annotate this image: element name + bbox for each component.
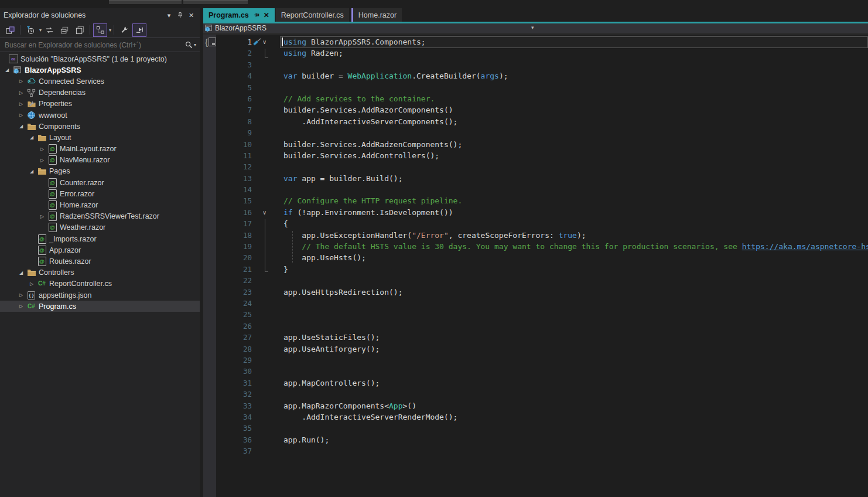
- code-line-28: 28app.UseAntiforgery();: [203, 343, 868, 355]
- tab-reportcontroller-cs[interactable]: ReportController.cs: [276, 8, 349, 22]
- expand-arrow-icon[interactable]: ▷: [26, 281, 37, 287]
- tree-item-error-razor[interactable]: @Error.razor: [0, 188, 200, 199]
- indent-guide: [292, 231, 293, 263]
- expand-arrow-icon[interactable]: ▷: [16, 79, 26, 84]
- tree-item-wwwroot[interactable]: ▷wwwroot: [0, 110, 200, 121]
- code-editor[interactable]: { 1∨using BlazorAppSSRS.Components;2usin…: [203, 35, 868, 497]
- expand-arrow-icon[interactable]: ▷: [16, 292, 26, 298]
- text-caret: [282, 38, 283, 46]
- search-input[interactable]: [4, 40, 183, 50]
- comment-hyperlink[interactable]: https://aka.ms/aspnetcore-hsts.: [742, 242, 868, 251]
- sync-active-document-icon[interactable]: [42, 23, 56, 37]
- tab-program-cs[interactable]: Program.cs✕: [203, 8, 275, 22]
- screwdriver-icon[interactable]: [252, 37, 262, 47]
- outlining-collapse-icon[interactable]: ∨: [262, 207, 266, 218]
- tab-home-razor[interactable]: Home.razor: [351, 8, 402, 22]
- tree-item-dependencias[interactable]: ▷Dependencias: [0, 87, 200, 98]
- tree-item-navmenu-razor[interactable]: ▷@NavMenu.razor: [0, 155, 200, 166]
- code-text: .AddInteractiveServerComponents();: [283, 116, 457, 127]
- project-navigation-bar[interactable]: BlazorAppSSRS ▾: [203, 23, 868, 33]
- navbar-chevron-down-icon[interactable]: ▾: [531, 25, 534, 30]
- tab-close-icon[interactable]: ✕: [264, 11, 269, 19]
- properties-icon[interactable]: [117, 23, 131, 37]
- code-token: app = builder.Build();: [297, 174, 402, 183]
- line-number: 14: [203, 184, 252, 195]
- tree-item-weather-razor[interactable]: @Weather.razor: [0, 222, 200, 233]
- close-icon[interactable]: ✕: [186, 11, 196, 21]
- code-line-1: 1∨using BlazorAppSSRS.Components;: [203, 36, 868, 47]
- code-token: // Configure the HTTP request pipeline.: [283, 196, 462, 205]
- tree-item-layout[interactable]: ◢Layout: [0, 132, 200, 143]
- tree-item-properties[interactable]: ▷Properties: [0, 98, 200, 110]
- line-number: 1: [203, 36, 252, 47]
- expand-arrow-icon[interactable]: ▷: [37, 158, 47, 163]
- razor-icon: @: [37, 246, 47, 255]
- file-nesting-icon[interactable]: [93, 23, 107, 37]
- tree-item-pages[interactable]: ◢Pages: [0, 166, 200, 177]
- collapse-arrow-icon[interactable]: ◢: [16, 270, 26, 275]
- tree-item-mainlayout-razor[interactable]: ▷@MainLayout.razor: [0, 144, 200, 155]
- file-nesting-chevron-down-icon[interactable]: ▾: [109, 28, 111, 33]
- search-icon[interactable]: [185, 41, 193, 49]
- tree-item-reportcontroller-cs[interactable]: ▷C#ReportController.cs: [0, 278, 200, 290]
- expand-arrow-icon[interactable]: ▷: [16, 304, 26, 309]
- tree-item-home-razor[interactable]: @Home.razor: [0, 199, 200, 210]
- tree-item-connected-services[interactable]: ▷Connected Services: [0, 76, 200, 87]
- tree-item-routes-razor[interactable]: @Routes.razor: [0, 256, 200, 267]
- expand-arrow-icon[interactable]: ▷: [16, 101, 26, 107]
- search-options-chevron-down-icon[interactable]: ▾: [194, 42, 196, 47]
- tree-item-soluci-n-blazorappssrs-1-de-1-proyecto[interactable]: ∞Solución "BlazorAppSSRS" (1 de 1 proyec…: [0, 53, 200, 64]
- line-number: 25: [203, 309, 252, 320]
- toolbar-separator: [20, 25, 20, 35]
- tab-label: Program.cs: [209, 11, 249, 19]
- razor-icon: @: [47, 178, 57, 188]
- history-filter-chevron-down-icon[interactable]: ▾: [39, 28, 42, 33]
- razor-icon: @: [47, 200, 57, 210]
- outlining-collapse-icon[interactable]: ∨: [262, 36, 266, 47]
- code-token: app.Run();: [283, 435, 329, 444]
- tree-item-counter-razor[interactable]: @Counter.razor: [0, 177, 200, 188]
- code-line-24: 24: [203, 298, 868, 309]
- code-line-32: 32: [203, 389, 868, 400]
- pin-icon[interactable]: [175, 11, 185, 21]
- tree-item-label: ReportController.cs: [49, 280, 112, 288]
- tab-pin-icon[interactable]: [253, 12, 259, 18]
- tree-item-program-cs[interactable]: ▷C#Program.cs: [0, 301, 200, 312]
- window-position-chevron-down-icon[interactable]: ▾: [164, 11, 174, 21]
- vs-window: { "colors": { "accent_teal": "#2a9fa4", …: [0, 0, 868, 497]
- expand-arrow-icon[interactable]: ▷: [16, 90, 26, 96]
- line-number: 3: [203, 59, 252, 70]
- code-line-34: 34 .AddInteractiveServerRenderMode();: [203, 411, 868, 423]
- expand-arrow-icon[interactable]: ▷: [37, 214, 47, 219]
- razor-icon: @: [47, 223, 57, 232]
- tree-item-label: Controllers: [39, 268, 74, 277]
- tree-item-components[interactable]: ◢Components: [0, 121, 200, 132]
- expand-arrow-icon[interactable]: ▷: [37, 147, 47, 152]
- tree-item-blazorappssrs[interactable]: ◢BlazorAppSSRS: [0, 64, 200, 76]
- razor-icon: @: [47, 212, 57, 221]
- tree-item-label: Connected Services: [39, 77, 104, 86]
- collapse-all-icon[interactable]: [57, 23, 71, 37]
- line-number: 19: [203, 241, 252, 252]
- tree-item-radzenssrsviewertest-razor[interactable]: ▷@RadzenSSRSViewerTest.razor: [0, 211, 200, 222]
- history-filter-icon[interactable]: [23, 23, 37, 37]
- tree-item-label: RadzenSSRSViewerTest.razor: [60, 212, 159, 220]
- collapse-arrow-icon[interactable]: ◢: [26, 135, 37, 140]
- preview-selected-items-icon[interactable]: [132, 23, 146, 37]
- tree-item-appsettings-json[interactable]: ▷{ }appsettings.json: [0, 290, 200, 301]
- tree-item-imports-razor[interactable]: @_Imports.razor: [0, 233, 200, 244]
- collapse-arrow-icon[interactable]: ◢: [2, 67, 12, 73]
- code-token: if: [283, 208, 293, 217]
- show-all-files-icon[interactable]: [73, 23, 87, 37]
- expand-arrow-icon[interactable]: ▷: [16, 113, 26, 118]
- collapse-arrow-icon[interactable]: ◢: [16, 124, 26, 129]
- razor-icon: @: [47, 155, 57, 165]
- collapse-arrow-icon[interactable]: ◢: [26, 169, 37, 174]
- tree-item-app-razor[interactable]: @App.razor: [0, 244, 200, 256]
- tab-label: Home.razor: [358, 11, 397, 19]
- tree-item-controllers[interactable]: ◢Controllers: [0, 267, 200, 278]
- code-text: builder.Services.AddRazorComponents(): [283, 104, 453, 115]
- code-token: builder =: [297, 72, 347, 80]
- outlining-guide: [265, 219, 265, 271]
- switch-views-icon[interactable]: [3, 23, 17, 37]
